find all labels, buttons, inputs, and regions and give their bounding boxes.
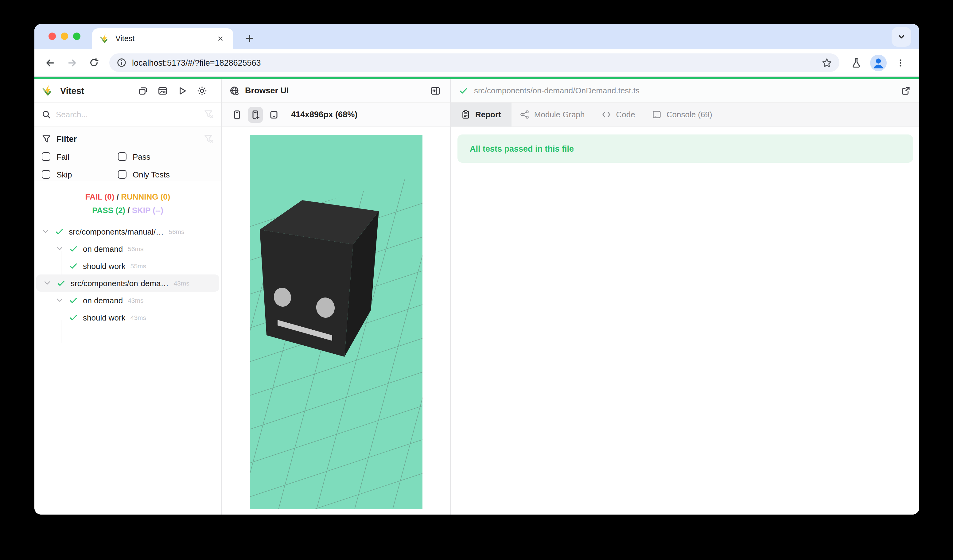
new-tab-button[interactable] (241, 29, 258, 47)
bookmark-star-icon[interactable] (822, 57, 832, 68)
report-panel: src/components/on-demand/OnDemand.test.t… (451, 79, 919, 515)
report-file-path: src/components/on-demand/OnDemand.test.t… (474, 86, 901, 95)
duration-badge: 56ms (128, 245, 143, 252)
globe-icon (230, 86, 239, 96)
tree-suite-row[interactable]: on demand 43ms (34, 292, 221, 309)
clear-search-filter-icon[interactable] (204, 109, 214, 119)
browser-menu-icon[interactable] (891, 53, 910, 72)
profile-avatar[interactable] (869, 53, 887, 72)
app-title: Vitest (60, 86, 136, 96)
external-link-icon[interactable] (901, 86, 911, 96)
checkbox[interactable] (118, 170, 126, 179)
preview-title: Browser UI (245, 86, 428, 95)
test-run-summary: FAIL (0) / RUNNING (0) PASS (2) / SKIP (… (34, 181, 221, 223)
fail-count: FAIL (0) (85, 192, 115, 202)
all-tests-passed-banner: All tests passed in this file (458, 135, 913, 163)
tab-module-graph[interactable]: Module Graph (512, 102, 593, 127)
vitest-logo-icon (42, 84, 54, 97)
reload-button[interactable] (85, 53, 103, 72)
filter-title: Filter (56, 134, 204, 143)
pass-count: PASS (2) (92, 206, 125, 215)
code-icon (602, 110, 611, 119)
run-all-tests-icon[interactable] (175, 84, 189, 97)
banner-text: All tests passed in this file (470, 144, 574, 153)
back-button[interactable] (40, 53, 59, 72)
dashboard-icon[interactable] (156, 84, 169, 97)
running-count: RUNNING (0) (121, 192, 170, 202)
filter-section: Filter Fail Pass (34, 127, 221, 181)
duration-badge: 55ms (130, 262, 146, 270)
pass-check-icon (56, 279, 65, 287)
filter-checkbox-pass[interactable]: Pass (118, 150, 214, 163)
checkbox[interactable] (118, 152, 126, 161)
vitest-ui-page: Vitest (34, 77, 919, 515)
browser-window: Vitest (34, 24, 919, 515)
browser-toolbar: localhost:5173/#/?file=1828625563 (34, 49, 919, 77)
tree-test-row[interactable]: should work 55ms (34, 257, 221, 275)
checkbox[interactable] (42, 170, 50, 179)
clear-filters-icon[interactable] (204, 134, 214, 144)
theme-toggle-sun-icon[interactable] (195, 84, 209, 97)
device-phone-add-icon[interactable] (248, 107, 263, 123)
tree-file-row-selected[interactable]: src/components/on-dema… 43ms (36, 275, 219, 292)
browser-tab-strip: Vitest (34, 24, 919, 49)
pass-check-icon (55, 228, 63, 236)
window-controls (48, 33, 81, 40)
tab-title: Vitest (115, 34, 215, 43)
chevron-down-icon[interactable] (55, 296, 64, 304)
tab-close-icon[interactable] (215, 33, 226, 44)
site-info-icon[interactable] (117, 58, 126, 68)
address-bar[interactable]: localhost:5173/#/?file=1828625563 (109, 53, 840, 72)
clipboard-icon (461, 110, 470, 119)
forward-button[interactable] (63, 53, 81, 72)
pass-check-icon (69, 245, 78, 253)
tree-file-row[interactable]: src/components/manual/… 56ms (34, 223, 221, 240)
browser-preview-canvas[interactable] (250, 135, 422, 509)
filter-checkbox-fail[interactable]: Fail (42, 150, 118, 163)
report-file-header: src/components/on-demand/OnDemand.test.t… (451, 79, 919, 102)
pass-check-icon (459, 86, 468, 95)
experiments-flask-icon[interactable] (847, 53, 865, 72)
search-row (34, 102, 221, 127)
open-in-panel-icon[interactable] (428, 84, 442, 97)
chevron-down-icon[interactable] (41, 228, 50, 235)
report-tab-bar: Report Module Graph Code Console (6 (451, 102, 919, 127)
filter-checkbox-skip[interactable]: Skip (42, 168, 118, 181)
toggle-windows-icon[interactable] (136, 84, 150, 97)
filter-checkbox-only-tests[interactable]: Only Tests (118, 168, 214, 181)
preview-body (222, 127, 450, 515)
checkbox[interactable] (42, 152, 50, 161)
module-graph-icon (520, 110, 529, 119)
desktop: Vitest (0, 0, 953, 560)
chevron-down-icon[interactable] (55, 245, 64, 252)
search-input[interactable] (56, 110, 204, 119)
tab-console[interactable]: Console (69) (644, 102, 721, 127)
close-window-button[interactable] (48, 33, 56, 40)
skip-count: SKIP (--) (132, 206, 163, 215)
minimize-window-button[interactable] (61, 33, 68, 40)
device-tablet-icon[interactable] (267, 107, 281, 123)
vitest-favicon-icon (99, 34, 110, 44)
test-tree: src/components/manual/… 56ms on demand 5… (34, 223, 221, 515)
duration-badge: 56ms (169, 228, 184, 235)
filter-funnel-icon (42, 134, 51, 143)
tab-code[interactable]: Code (593, 102, 644, 127)
tab-search-chevron-button[interactable] (892, 27, 911, 47)
sidebar-header: Vitest (34, 79, 221, 102)
device-phone-icon[interactable] (230, 107, 244, 123)
url-text[interactable]: localhost:5173/#/?file=1828625563 (132, 58, 822, 67)
tree-test-row[interactable]: should work 43ms (34, 309, 221, 326)
device-toolbar: 414x896px (68%) (222, 102, 450, 127)
preview-header: Browser UI (222, 79, 450, 102)
chevron-down-icon[interactable] (43, 279, 51, 287)
duration-badge: 43ms (128, 296, 143, 304)
threejs-scene (250, 135, 422, 509)
browser-tab[interactable]: Vitest (92, 28, 233, 49)
pass-check-icon (69, 262, 78, 270)
pass-check-icon (69, 296, 78, 304)
tree-suite-row[interactable]: on demand 56ms (34, 240, 221, 257)
tab-report[interactable]: Report (451, 102, 512, 127)
zoom-window-button[interactable] (73, 33, 81, 40)
search-icon (42, 110, 51, 119)
top-accent-bar (34, 77, 919, 79)
